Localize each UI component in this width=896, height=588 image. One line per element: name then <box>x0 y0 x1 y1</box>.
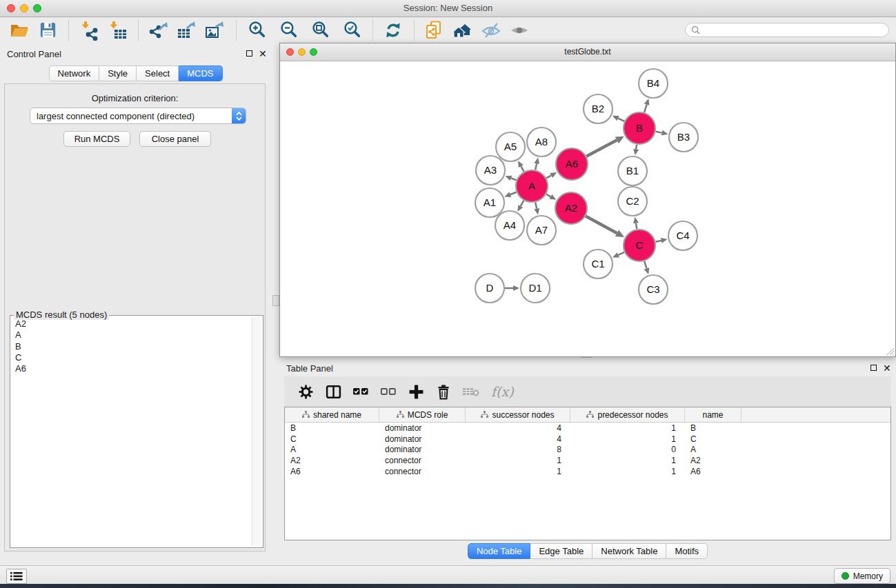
import-network-button[interactable] <box>78 19 100 41</box>
export-network-button[interactable] <box>148 19 170 41</box>
table-cell[interactable]: connector <box>379 467 466 476</box>
table-cell[interactable]: dominator <box>379 445 466 454</box>
network-file-button[interactable] <box>424 19 446 41</box>
result-scrollbar[interactable] <box>252 317 261 546</box>
column-header-shared-name[interactable]: shared name <box>285 407 379 422</box>
table-cell[interactable]: 0 <box>570 445 685 454</box>
column-header-predecessor-nodes[interactable]: predecessor nodes <box>570 407 685 422</box>
vertical-splitter-gripper[interactable] <box>272 295 279 306</box>
table-cell[interactable]: A6 <box>285 467 379 476</box>
edge-B-B3[interactable] <box>656 132 662 133</box>
network-window-titlebar[interactable]: testGlobe.txt <box>280 43 895 61</box>
table-cell[interactable]: A6 <box>685 467 741 476</box>
edge-A-A6[interactable] <box>546 175 551 178</box>
export-table-button[interactable] <box>176 19 198 41</box>
function-builder-button[interactable]: f(x) <box>491 384 514 399</box>
table-row[interactable]: A2connector11A2 <box>285 455 890 466</box>
close-traffic-light[interactable] <box>7 4 15 12</box>
table-cell[interactable]: B <box>285 423 379 433</box>
edge-C-C2[interactable] <box>636 223 637 230</box>
open-file-button[interactable] <box>8 19 30 41</box>
run-mcds-button[interactable]: Run MCDS <box>63 131 130 147</box>
edge-C-C3[interactable] <box>644 261 646 269</box>
tab-style[interactable]: Style <box>99 65 137 81</box>
eye-button[interactable] <box>508 19 530 41</box>
edge-A-A7[interactable] <box>535 202 537 208</box>
edge-B-B4[interactable] <box>644 105 647 112</box>
edge-A-A8[interactable] <box>535 163 537 170</box>
tab-edge-table[interactable]: Edge Table <box>530 543 593 559</box>
edge-A-A1[interactable] <box>510 192 517 194</box>
show-hide-graphics-button[interactable] <box>480 19 502 41</box>
import-table-button[interactable] <box>106 19 128 41</box>
table-cell[interactable]: A2 <box>685 456 741 465</box>
export-image-button[interactable] <box>204 19 226 41</box>
network-canvas[interactable]: B4B2BB3A5A8A6B1A3AA1C2A2A4A7C4CC1C3DD1 <box>280 61 895 356</box>
table-cell[interactable]: A <box>285 445 379 454</box>
table-cell[interactable]: C <box>685 434 741 444</box>
table-cell[interactable]: connector <box>379 456 466 465</box>
table-cell[interactable]: 1 <box>570 434 685 444</box>
result-item[interactable]: A2 <box>15 318 252 330</box>
memory-button[interactable]: Memory <box>834 568 890 584</box>
zoom-in-button[interactable] <box>246 19 268 41</box>
deselect-all-button[interactable] <box>379 383 397 401</box>
zoom-traffic-light[interactable] <box>33 4 41 12</box>
tab-motifs[interactable]: Motifs <box>666 543 708 559</box>
table-cell[interactable]: A2 <box>285 456 379 465</box>
table-settings-button[interactable] <box>297 383 315 401</box>
table-cell[interactable]: 1 <box>466 467 570 476</box>
edge-B-B1[interactable] <box>636 145 637 150</box>
table-cell[interactable]: A <box>685 445 741 454</box>
edge-C-C1[interactable] <box>618 252 624 255</box>
column-header-MCDS-role[interactable]: MCDS role <box>379 407 466 422</box>
zoom-selected-button[interactable] <box>341 19 363 41</box>
zoom-out-button[interactable] <box>277 19 299 41</box>
edge-A-A5[interactable] <box>521 166 524 172</box>
tab-network[interactable]: Network <box>48 65 99 81</box>
close-traffic-light[interactable] <box>286 48 294 56</box>
home-view-button[interactable] <box>452 19 474 41</box>
refresh-layout-button[interactable] <box>382 19 404 41</box>
table-row[interactable]: Bdominator41B <box>285 423 890 434</box>
column-header-name[interactable]: name <box>685 407 741 422</box>
edge-A-A4[interactable] <box>521 201 524 206</box>
show-columns-button[interactable] <box>324 383 342 401</box>
table-cell[interactable]: 4 <box>466 434 570 444</box>
table-cell[interactable]: 1 <box>570 456 685 465</box>
edge-C-C4[interactable] <box>655 241 661 242</box>
edge-A6-B[interactable] <box>586 140 617 156</box>
zoom-traffic-light[interactable] <box>310 48 317 56</box>
tab-select[interactable]: Select <box>137 65 179 81</box>
result-item[interactable]: C <box>15 352 252 363</box>
close-panel-button[interactable]: Close panel <box>139 131 211 147</box>
table-row[interactable]: Cdominator41C <box>285 434 890 445</box>
resize-grip-icon[interactable] <box>885 346 895 356</box>
table-cell[interactable]: 1 <box>570 467 685 476</box>
delete-table-button[interactable] <box>462 383 480 401</box>
select-all-button[interactable] <box>352 383 370 401</box>
tab-network-table[interactable]: Network Table <box>593 543 666 559</box>
table-cell[interactable]: 1 <box>570 423 685 433</box>
table-cell[interactable]: 4 <box>466 423 570 433</box>
float-panel-icon[interactable] <box>246 50 252 57</box>
minimize-traffic-light[interactable] <box>20 4 28 12</box>
delete-column-button[interactable] <box>435 383 452 401</box>
result-item[interactable]: A <box>15 330 252 341</box>
table-cell[interactable]: C <box>285 434 379 444</box>
column-header-successor-nodes[interactable]: successor nodes <box>466 407 570 422</box>
table-row[interactable]: Adominator80A <box>285 445 890 456</box>
zoom-fit-button[interactable] <box>309 19 331 41</box>
close-panel-icon[interactable]: ✕ <box>259 50 267 58</box>
table-row[interactable]: A6connector11A6 <box>285 466 890 477</box>
tab-node-table[interactable]: Node Table <box>468 543 531 559</box>
optimization-criterion-select[interactable]: largest connected component (directed) <box>30 108 246 124</box>
edge-A-A2[interactable] <box>546 194 550 197</box>
table-cell[interactable]: 1 <box>466 456 570 465</box>
table-cell[interactable]: dominator <box>379 423 466 433</box>
table-cell[interactable]: 8 <box>466 445 570 454</box>
add-column-button[interactable] <box>407 383 425 401</box>
edge-B-B2[interactable] <box>618 119 624 121</box>
tab-mcds[interactable]: MCDS <box>179 65 222 81</box>
save-session-button[interactable] <box>37 19 59 41</box>
